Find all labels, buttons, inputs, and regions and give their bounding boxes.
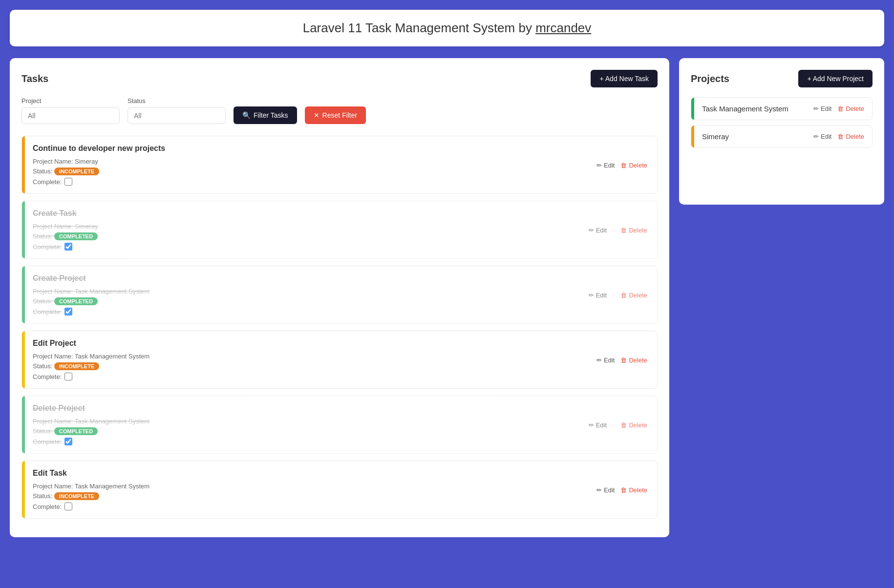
complete-label: Complete:: [33, 503, 62, 510]
task-delete-button[interactable]: 🗑 Delete: [620, 291, 647, 298]
task-delete-button[interactable]: 🗑 Delete: [620, 356, 647, 363]
tasks-list: Continue to developer new projects Proje…: [21, 136, 658, 519]
add-new-project-button[interactable]: + Add New Project: [798, 70, 873, 87]
search-icon: 🔍: [242, 111, 251, 119]
pencil-icon: ✏: [589, 421, 594, 428]
complete-checkbox[interactable]: [64, 178, 72, 186]
project-edit-button[interactable]: ✏ Edit: [813, 105, 831, 112]
task-status: Status: INCOMPLETE: [33, 362, 647, 370]
header-bar: Laravel 11 Task Management System by mrc…: [10, 10, 884, 46]
project-edit-button[interactable]: ✏ Edit: [813, 133, 831, 140]
complete-checkbox[interactable]: [64, 243, 72, 251]
complete-label: Complete:: [33, 373, 62, 380]
pencil-icon: ✏: [589, 226, 594, 233]
header-title: Laravel 11 Task Management System by: [303, 21, 535, 35]
task-title: Edit Project: [33, 339, 647, 348]
status-filter-input[interactable]: [128, 107, 226, 124]
task-delete-button[interactable]: 🗑 Delete: [620, 421, 647, 428]
task-title: Continue to developer new projects: [33, 144, 647, 153]
complete-label: Complete:: [33, 178, 62, 186]
task-project: Project Name: Task Management System: [33, 353, 647, 360]
trash-icon: 🗑: [620, 226, 627, 233]
task-title: Edit Task: [33, 469, 647, 478]
main-layout: Tasks + Add New Task Project Status 🔍 Fi…: [10, 58, 884, 537]
project-name: Task Management System: [702, 105, 788, 113]
task-title: Create Project: [33, 274, 647, 283]
task-complete-row: Complete:: [33, 178, 647, 186]
task-card: Create Task Project Name: Simeray Status…: [21, 201, 658, 259]
task-edit-button[interactable]: ✏ Edit: [596, 161, 615, 168]
trash-icon: 🗑: [620, 161, 627, 168]
task-status: Status: INCOMPLETE: [33, 168, 647, 175]
task-actions: ✏ Edit - 🗑 Delete: [589, 291, 647, 298]
trash-icon: 🗑: [837, 133, 844, 140]
projects-panel: Projects + Add New Project Task Manageme…: [679, 58, 884, 205]
task-complete-row: Complete:: [33, 503, 647, 510]
add-new-task-button[interactable]: + Add New Task: [591, 70, 658, 87]
project-row: Task Management System ✏ Edit 🗑 Delete: [691, 97, 873, 120]
task-delete-button[interactable]: 🗑 Delete: [620, 226, 647, 233]
task-project: Project Name: Task Management System: [33, 418, 647, 425]
projects-title: Projects: [691, 73, 729, 84]
task-status: Status: INCOMPLETE: [33, 492, 647, 500]
tasks-panel: Tasks + Add New Task Project Status 🔍 Fi…: [10, 58, 669, 537]
task-edit-button[interactable]: ✏ Edit: [589, 291, 607, 298]
complete-label: Complete:: [33, 308, 62, 315]
trash-icon: 🗑: [620, 421, 627, 428]
task-card: Delete Project Project Name: Task Manage…: [21, 396, 658, 454]
task-edit-button[interactable]: ✏ Edit: [596, 486, 615, 493]
projects-list: Task Management System ✏ Edit 🗑 Delete S…: [691, 97, 873, 148]
pencil-icon: ✏: [589, 291, 594, 298]
complete-checkbox[interactable]: [64, 438, 72, 445]
task-card: Continue to developer new projects Proje…: [21, 136, 658, 194]
project-row: Simeray ✏ Edit 🗑 Delete: [691, 125, 873, 148]
task-complete-row: Complete:: [33, 438, 647, 445]
task-title: Create Task: [33, 209, 647, 218]
action-divider: -: [613, 421, 615, 428]
task-project: Project Name: Task Management System: [33, 483, 647, 490]
task-edit-button[interactable]: ✏ Edit: [596, 356, 615, 363]
project-delete-button[interactable]: 🗑 Delete: [837, 105, 864, 112]
task-edit-button[interactable]: ✏ Edit: [589, 421, 607, 428]
action-divider: -: [613, 226, 615, 233]
filter-tasks-button[interactable]: 🔍 Filter Tasks: [234, 106, 297, 124]
trash-icon: 🗑: [620, 486, 627, 493]
task-project: Project Name: Simeray: [33, 158, 647, 165]
task-complete-row: Complete:: [33, 243, 647, 251]
tasks-title: Tasks: [21, 73, 48, 84]
task-card: Edit Project Project Name: Task Manageme…: [21, 331, 658, 389]
task-status: Status: COMPLETED: [33, 427, 647, 435]
reset-filter-button[interactable]: ✕ Reset Filter: [305, 106, 366, 124]
action-divider: -: [613, 291, 615, 298]
task-card: Create Project Project Name: Task Manage…: [21, 266, 658, 324]
task-actions: ✏ Edit 🗑 Delete: [596, 486, 647, 493]
project-filter-label: Project: [21, 97, 120, 105]
trash-icon: 🗑: [620, 291, 627, 298]
status-filter-label: Status: [128, 97, 226, 105]
close-icon: ✕: [314, 111, 319, 119]
task-actions: ✏ Edit - 🗑 Delete: [589, 226, 647, 233]
project-delete-button[interactable]: 🗑 Delete: [837, 133, 864, 140]
task-delete-button[interactable]: 🗑 Delete: [620, 486, 647, 493]
pencil-icon: ✏: [596, 161, 602, 168]
complete-checkbox[interactable]: [64, 503, 72, 510]
header-author: mrcandev: [535, 21, 591, 35]
project-filter-input[interactable]: [21, 107, 120, 124]
trash-icon: 🗑: [620, 356, 627, 363]
project-name: Simeray: [702, 132, 729, 141]
task-complete-row: Complete:: [33, 373, 647, 380]
project-actions: ✏ Edit 🗑 Delete: [813, 133, 864, 140]
task-project: Project Name: Simeray: [33, 223, 647, 230]
pencil-icon: ✏: [596, 356, 602, 363]
task-actions: ✏ Edit 🗑 Delete: [596, 161, 647, 168]
task-edit-button[interactable]: ✏ Edit: [589, 226, 607, 233]
complete-label: Complete:: [33, 243, 62, 251]
task-complete-row: Complete:: [33, 308, 647, 315]
complete-checkbox[interactable]: [64, 373, 72, 380]
complete-checkbox[interactable]: [64, 308, 72, 315]
complete-label: Complete:: [33, 438, 62, 445]
pencil-icon: ✏: [813, 133, 819, 140]
project-actions: ✏ Edit 🗑 Delete: [813, 105, 864, 112]
task-card: Edit Task Project Name: Task Management …: [21, 461, 658, 519]
task-delete-button[interactable]: 🗑 Delete: [620, 161, 647, 168]
